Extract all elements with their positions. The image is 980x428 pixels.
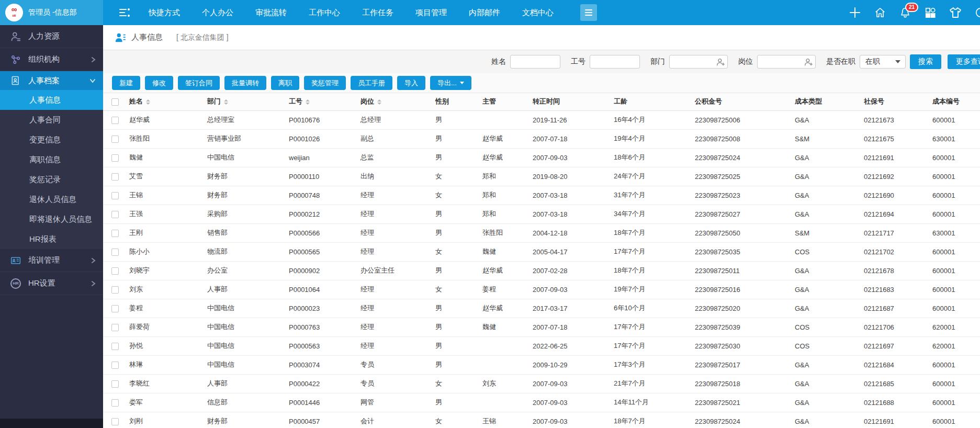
- collapse-menu-icon[interactable]: [119, 0, 130, 25]
- nav-item-document-center[interactable]: 文档中心: [511, 0, 565, 25]
- circle-icon[interactable]: [974, 6, 980, 19]
- row-checkbox[interactable]: [111, 173, 119, 181]
- sidebar-item-personnel-contract[interactable]: 人事合同: [0, 110, 103, 130]
- cell-ss_no: 02121688: [860, 393, 928, 412]
- table-row[interactable]: 陈小小物流部P0000565经理女魏健2005-04-1717年7个月22309…: [103, 242, 980, 261]
- shirt-icon[interactable]: [949, 6, 962, 19]
- sort-icon[interactable]: [377, 99, 381, 105]
- row-checkbox[interactable]: [111, 249, 119, 256]
- nav-item-work-center[interactable]: 工作中心: [298, 0, 351, 25]
- row-checkbox[interactable]: [111, 117, 119, 124]
- search-button[interactable]: 搜索: [910, 54, 941, 69]
- table-row[interactable]: 赵华威总经理室P0010676总经理男2019-11-2616年4个月22309…: [103, 110, 980, 129]
- col-header-empno[interactable]: 工号: [285, 93, 356, 110]
- sidebar-item-hr-settings[interactable]: HR HR设置: [0, 272, 103, 295]
- col-header-dept[interactable]: 部门: [203, 93, 285, 110]
- cell-regular_date: 2007-09-03: [528, 374, 610, 393]
- export-button[interactable]: 导出...: [430, 76, 471, 90]
- select-all-checkbox[interactable]: [111, 98, 119, 106]
- grid-icon[interactable]: [924, 6, 937, 19]
- row-checkbox[interactable]: [111, 211, 119, 218]
- table-row[interactable]: 魏健中国电信weijian总监男赵华威2007-09-0318年6个月22309…: [103, 148, 980, 167]
- cell-empno: P0000023: [285, 299, 356, 318]
- cell-sex: 男: [431, 355, 478, 374]
- nav-item-approval-flow[interactable]: 审批流转: [244, 0, 298, 25]
- row-checkbox[interactable]: [111, 267, 119, 275]
- table-row[interactable]: 王刚销售部P0000566经理男张胜阳2004-12-1818年7个月22309…: [103, 223, 980, 242]
- batch-transfer-button[interactable]: 批量调转: [224, 76, 266, 90]
- row-checkbox[interactable]: [111, 362, 119, 369]
- sidebar-item-personnel-archive[interactable]: 人事档案: [0, 71, 103, 90]
- row-checkbox[interactable]: [111, 324, 119, 331]
- sidebar-item-personnel-info[interactable]: 人事信息: [0, 90, 103, 110]
- nav-item-project-mgmt[interactable]: 项目管理: [404, 0, 458, 25]
- new-button[interactable]: 新建: [112, 76, 140, 90]
- sidebar-item-human-resources[interactable]: 人力资源: [0, 25, 103, 48]
- table-row[interactable]: 林琳中国电信P0003074专员男2009-10-2917年3个月2230987…: [103, 355, 980, 374]
- table-row[interactable]: 艾雪财务部P0000110出纳女郑和2019-08-2024年7个月223098…: [103, 167, 980, 186]
- cell-sex: 女: [431, 167, 478, 186]
- nav-item-work-tasks[interactable]: 工作任务: [351, 0, 404, 25]
- nav-item-internal-mail[interactable]: 内部邮件: [458, 0, 511, 25]
- cell-fund_no: 223098725050: [691, 223, 791, 242]
- table-row[interactable]: 王锦财务部P0000748经理女郑和2007-03-1831年7个月223098…: [103, 186, 980, 205]
- table-row[interactable]: 张胜阳营销事业部P0001026副总男赵华威2007-07-1819年4个月22…: [103, 129, 980, 148]
- sidebar-item-reward-punishment[interactable]: 奖惩记录: [0, 170, 103, 189]
- row-checkbox[interactable]: [111, 136, 119, 143]
- empno-filter-input[interactable]: [590, 55, 640, 69]
- row-checkbox[interactable]: [111, 305, 119, 312]
- table-row[interactable]: 刘刚财务部P0000457会计女王锦2007-09-0318年7个月223098…: [103, 412, 980, 428]
- col-header-name[interactable]: 姓名: [125, 93, 203, 110]
- cell-seniority: 17年7个月: [610, 242, 691, 261]
- row-checkbox[interactable]: [111, 286, 119, 294]
- person-add-icon[interactable]: [716, 58, 725, 66]
- bell-icon[interactable]: 21: [899, 6, 911, 19]
- row-checkbox[interactable]: [111, 418, 119, 425]
- sidebar-item-retiring-soon-info[interactable]: 即将退休人员信息: [0, 209, 103, 229]
- table-row[interactable]: 孙悦中国电信P0000563经理男2022-06-2517年7个月2230987…: [103, 336, 980, 355]
- table-row[interactable]: 刘东人事部P0001064经理女姜程2007-09-0319年7个月223098…: [103, 280, 980, 299]
- row-checkbox[interactable]: [111, 154, 119, 162]
- nav-item-shortcuts[interactable]: 快捷方式: [138, 0, 191, 25]
- plus-icon[interactable]: [849, 6, 861, 19]
- person-add-icon[interactable]: [804, 58, 813, 66]
- employee-handbook-button[interactable]: 员工手册: [351, 76, 392, 90]
- name-filter-input[interactable]: [510, 55, 560, 69]
- table-row[interactable]: 姜程中国电信P0000023经理男赵华威2017-03-176年10个月2230…: [103, 299, 980, 318]
- import-button[interactable]: 导入: [397, 76, 425, 90]
- table-row[interactable]: 刘晓宇办公室P0000902办公室主任男赵华威2007-02-2818年7个月2…: [103, 261, 980, 280]
- sidebar-item-retired-info[interactable]: 退休人员信息: [0, 189, 103, 209]
- sign-contract-button[interactable]: 签订合同: [178, 76, 220, 90]
- reward-punishment-button[interactable]: 奖惩管理: [304, 76, 346, 90]
- col-header-post[interactable]: 岗位: [356, 93, 431, 110]
- more-query-button[interactable]: 更多查询: [948, 54, 980, 69]
- edit-button[interactable]: 修改: [145, 76, 173, 90]
- row-checkbox[interactable]: [111, 343, 119, 350]
- nav-item-personal-office[interactable]: 个人办公: [191, 0, 244, 25]
- sidebar-item-resignation-info[interactable]: 离职信息: [0, 150, 103, 170]
- table-row[interactable]: 王强采购部P0000212经理男郑和2007-03-1834年7个月223098…: [103, 205, 980, 223]
- apps-menu-icon[interactable]: [580, 4, 597, 21]
- row-checkbox[interactable]: [111, 380, 119, 388]
- sidebar-item-training-mgmt[interactable]: 培训管理: [0, 249, 103, 272]
- status-filter-select[interactable]: 在职: [860, 55, 906, 69]
- home-icon[interactable]: [874, 6, 886, 19]
- table-row[interactable]: 李晓红人事部P0000422专员女刘东2007-09-0321年7个月22309…: [103, 374, 980, 393]
- sort-icon[interactable]: [146, 99, 150, 105]
- sort-icon[interactable]: [306, 99, 310, 105]
- cell-empno: P0000422: [285, 374, 356, 393]
- sidebar-item-organization[interactable]: 组织机构: [0, 48, 103, 71]
- sidebar-item-change-info[interactable]: 变更信息: [0, 130, 103, 150]
- cell-sex: 女: [431, 242, 478, 261]
- cell-name: 魏健: [125, 148, 203, 167]
- resign-button[interactable]: 离职: [271, 76, 299, 90]
- row-checkbox[interactable]: [111, 399, 119, 407]
- table-row[interactable]: 薛爱荷中国电信P0000763经理男魏健2007-07-1817年7个月2230…: [103, 318, 980, 336]
- row-checkbox[interactable]: [111, 230, 119, 237]
- sort-icon[interactable]: [224, 99, 228, 105]
- sidebar-item-hr-report[interactable]: HR报表: [0, 229, 103, 249]
- table-row[interactable]: 娄军信息部P0001446网管男2007-09-0314年11个月2230987…: [103, 393, 980, 412]
- row-checkbox[interactable]: [111, 192, 119, 199]
- cell-fund_no: 223098725011: [691, 261, 791, 280]
- cell-ss_no: 02121717: [860, 223, 928, 242]
